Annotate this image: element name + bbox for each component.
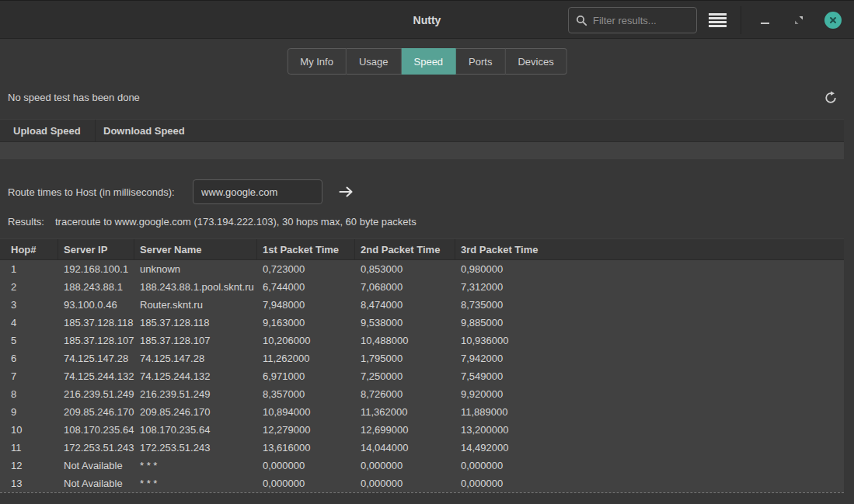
table-cell: 1,795000 [355, 349, 455, 367]
table-row[interactable]: 5185.37.128.107185.37.128.10710,20600010… [0, 332, 844, 349]
table-cell: Not Available [58, 457, 134, 474]
column-header-server-ip[interactable]: Server IP [58, 239, 134, 259]
tab-usage[interactable]: Usage [347, 48, 402, 75]
results-label: Results: [8, 216, 44, 228]
table-cell: 11,889000 [455, 403, 844, 421]
table-row[interactable]: 11172.253.51.243172.253.51.24313,6160001… [0, 439, 844, 457]
host-input[interactable] [193, 179, 322, 204]
table-row[interactable]: 393.100.0.46Router.sknt.ru7,9480008,4740… [0, 296, 844, 314]
table-cell: 9 [0, 403, 58, 421]
minimize-button[interactable] [755, 10, 775, 30]
table-row[interactable]: 1192.168.100.1unknown0,7230000,8530000,9… [0, 260, 844, 278]
filter-search-input[interactable] [593, 15, 686, 26]
table-cell: 1 [0, 260, 58, 278]
run-traceroute-button[interactable] [334, 181, 357, 203]
tab-ports[interactable]: Ports [456, 48, 505, 75]
table-cell: 0,000000 [257, 474, 355, 492]
tab-my-info[interactable]: My Info [287, 48, 347, 75]
table-cell: 185.37.128.118 [134, 314, 257, 332]
column-header-server-name[interactable]: Server Name [134, 239, 257, 259]
speed-test-status: No speed test has been done [8, 92, 140, 103]
table-cell: 6,744000 [257, 278, 355, 296]
refresh-button[interactable] [820, 87, 842, 109]
table-row[interactable]: 9209.85.246.170209.85.246.17010,89400011… [0, 403, 844, 421]
table-cell: 192.168.100.1 [58, 260, 134, 278]
table-cell: 0,000000 [355, 457, 455, 474]
maximize-button[interactable] [789, 10, 809, 30]
menu-button[interactable] [703, 6, 731, 34]
table-cell: 7,549000 [455, 367, 844, 385]
table-row[interactable]: 674.125.147.2874.125.147.2811,2620001,79… [0, 349, 844, 367]
table-cell: 172.253.51.243 [134, 439, 257, 457]
close-icon [824, 12, 842, 29]
table-cell: Router.sknt.ru [134, 296, 257, 314]
table-cell: 7,250000 [355, 367, 455, 385]
table-cell: 7,068000 [355, 278, 455, 296]
table-cell: 12 [0, 457, 58, 474]
table-cell: 8,357000 [257, 385, 355, 403]
hamburger-menu-icon [709, 13, 727, 27]
table-cell: 13,200000 [455, 421, 844, 439]
column-header-3rd-packet[interactable]: 3rd Packet Time [455, 239, 844, 259]
table-cell: 10,936000 [455, 332, 844, 349]
route-host-label: Route times to Host (in milliseconds): [8, 186, 175, 198]
table-cell: 108.170.235.64 [134, 421, 257, 439]
tab-speed[interactable]: Speed [402, 48, 457, 75]
table-cell: 13,616000 [257, 439, 355, 457]
table-row[interactable]: 2188.243.88.1188.243.88.1.pool.sknt.ru6,… [0, 278, 844, 296]
column-header-download-speed[interactable]: Download Speed [96, 120, 844, 141]
table-cell: 209.85.246.170 [58, 403, 134, 421]
close-button[interactable] [823, 10, 843, 30]
table-row[interactable]: 12Not Available* * *0,0000000,0000000,00… [0, 457, 844, 474]
table-cell: 5 [0, 332, 58, 349]
table-cell: 11 [0, 439, 58, 457]
headerbar: Nutty [0, 0, 854, 39]
table-cell: 0,000000 [257, 457, 355, 474]
column-header-upload-speed[interactable]: Upload Speed [0, 120, 96, 141]
table-cell: 216.239.51.249 [58, 385, 134, 403]
table-cell: 7,948000 [257, 296, 355, 314]
filter-search-field[interactable] [568, 7, 697, 33]
table-cell: 108.170.235.64 [58, 421, 134, 439]
table-cell: 0,853000 [355, 260, 455, 278]
table-cell: 4 [0, 314, 58, 332]
traceroute-summary: traceroute to www.google.com (173.194.22… [55, 216, 417, 228]
table-cell: 11,362000 [355, 403, 455, 421]
tab-devices[interactable]: Devices [505, 48, 566, 75]
table-cell: 6,971000 [257, 367, 355, 385]
table-cell: 8 [0, 385, 58, 403]
table-cell: 185.37.128.107 [58, 332, 134, 349]
table-cell: 8,735000 [455, 296, 844, 314]
speed-table: Upload Speed Download Speed [0, 119, 844, 159]
column-header-1st-packet[interactable]: 1st Packet Time [257, 239, 355, 259]
table-cell: 14,492000 [455, 439, 844, 457]
table-cell: 10,206000 [257, 332, 355, 349]
table-cell: 9,885000 [455, 314, 844, 332]
table-cell: 209.85.246.170 [134, 403, 257, 421]
table-row[interactable]: 774.125.244.13274.125.244.1326,9710007,2… [0, 367, 844, 385]
table-row[interactable]: 4185.37.128.118185.37.128.1189,1630009,5… [0, 314, 844, 332]
table-cell: 9,538000 [355, 314, 455, 332]
table-cell: 11,262000 [257, 349, 355, 367]
table-row[interactable]: 13Not Available* * *0,0000000,0000000,00… [0, 474, 844, 492]
table-cell: 9,920000 [455, 385, 844, 403]
table-cell: 74.125.147.28 [134, 349, 257, 367]
table-row[interactable]: 8216.239.51.249216.239.51.2498,3570008,7… [0, 385, 844, 403]
headerbar-right [568, 1, 854, 40]
go-arrow-icon [339, 186, 354, 198]
table-cell: 8,726000 [355, 385, 455, 403]
table-cell: Not Available [58, 474, 134, 492]
table-cell: 185.37.128.118 [58, 314, 134, 332]
speed-table-header: Upload Speed Download Speed [0, 119, 844, 142]
table-cell: 7 [0, 367, 58, 385]
table-cell: 7,942000 [455, 349, 844, 367]
table-cell: 0,000000 [455, 474, 844, 492]
table-cell: 14,044000 [355, 439, 455, 457]
table-row[interactable]: 10108.170.235.64108.170.235.6412,2790001… [0, 421, 844, 439]
table-cell: * * * [134, 474, 257, 492]
table-cell: 172.253.51.243 [58, 439, 134, 457]
column-header-2nd-packet[interactable]: 2nd Packet Time [355, 239, 455, 259]
column-header-hop[interactable]: Hop# [0, 239, 58, 259]
table-cell: 0,723000 [257, 260, 355, 278]
table-cell: 8,474000 [355, 296, 455, 314]
